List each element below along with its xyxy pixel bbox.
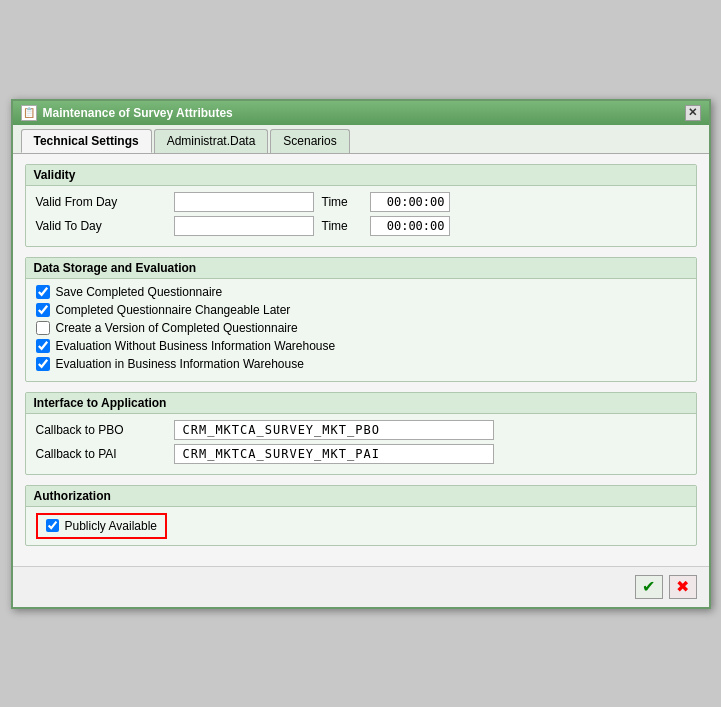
data-storage-header: Data Storage and Evaluation [26,258,696,279]
ok-icon: ✔ [642,577,655,596]
valid-from-row: Valid From Day Time [36,192,686,212]
callback-pai-row: Callback to PAI [36,444,686,464]
publicly-available-label: Publicly Available [65,519,158,533]
callback-pbo-label: Callback to PBO [36,423,166,437]
validity-section: Validity Valid From Day Time Valid To Da… [25,164,697,247]
checkbox-create-version[interactable] [36,321,50,335]
checkbox-label-3: Evaluation Without Business Information … [56,339,336,353]
publicly-available-checkbox[interactable] [46,519,59,532]
checkbox-row-4: Evaluation in Business Information Wareh… [36,357,686,371]
authorization-header: Authorization [26,486,696,507]
time-input-2[interactable] [370,216,450,236]
valid-from-input[interactable] [174,192,314,212]
valid-to-label: Valid To Day [36,219,166,233]
validity-header: Validity [26,165,696,186]
checkbox-label-0: Save Completed Questionnaire [56,285,223,299]
data-storage-body: Save Completed Questionnaire Completed Q… [26,279,696,381]
callback-pai-label: Callback to PAI [36,447,166,461]
checkbox-changeable-later[interactable] [36,303,50,317]
publicly-available-row: Publicly Available [36,513,168,539]
checkbox-label-2: Create a Version of Completed Questionna… [56,321,298,335]
checkbox-row-1: Completed Questionnaire Changeable Later [36,303,686,317]
main-window: 📋 Maintenance of Survey Attributes ✕ Tec… [11,99,711,609]
checkbox-row-0: Save Completed Questionnaire [36,285,686,299]
checkbox-row-2: Create a Version of Completed Questionna… [36,321,686,335]
valid-to-input[interactable] [174,216,314,236]
authorization-section: Authorization Publicly Available [25,485,697,546]
authorization-body: Publicly Available [26,507,696,545]
tab-technical-settings[interactable]: Technical Settings [21,129,152,153]
cancel-button[interactable]: ✖ [669,575,697,599]
window-icon: 📋 [21,105,37,121]
title-bar-left: 📋 Maintenance of Survey Attributes [21,105,233,121]
close-button[interactable]: ✕ [685,105,701,121]
checkbox-label-1: Completed Questionnaire Changeable Later [56,303,291,317]
ok-button[interactable]: ✔ [635,575,663,599]
time-input-1[interactable] [370,192,450,212]
cancel-icon: ✖ [676,577,689,596]
checkbox-eval-in-biw[interactable] [36,357,50,371]
validity-body: Valid From Day Time Valid To Day Time [26,186,696,246]
tab-scenarios[interactable]: Scenarios [270,129,349,153]
data-storage-section: Data Storage and Evaluation Save Complet… [25,257,697,382]
checkbox-row-3: Evaluation Without Business Information … [36,339,686,353]
footer: ✔ ✖ [13,566,709,607]
callback-pbo-row: Callback to PBO [36,420,686,440]
valid-to-row: Valid To Day Time [36,216,686,236]
valid-from-label: Valid From Day [36,195,166,209]
interface-section: Interface to Application Callback to PBO… [25,392,697,475]
content-area: Validity Valid From Day Time Valid To Da… [13,154,709,566]
checkbox-eval-without-biw[interactable] [36,339,50,353]
interface-header: Interface to Application [26,393,696,414]
tab-administrat-data[interactable]: Administrat.Data [154,129,269,153]
time-label-2: Time [322,219,362,233]
title-bar: 📋 Maintenance of Survey Attributes ✕ [13,101,709,125]
callback-pai-input[interactable] [174,444,494,464]
window-title: Maintenance of Survey Attributes [43,106,233,120]
checkbox-save-completed[interactable] [36,285,50,299]
time-label-1: Time [322,195,362,209]
checkbox-label-4: Evaluation in Business Information Wareh… [56,357,304,371]
tabs-bar: Technical Settings Administrat.Data Scen… [13,125,709,154]
callback-pbo-input[interactable] [174,420,494,440]
interface-body: Callback to PBO Callback to PAI [26,414,696,474]
